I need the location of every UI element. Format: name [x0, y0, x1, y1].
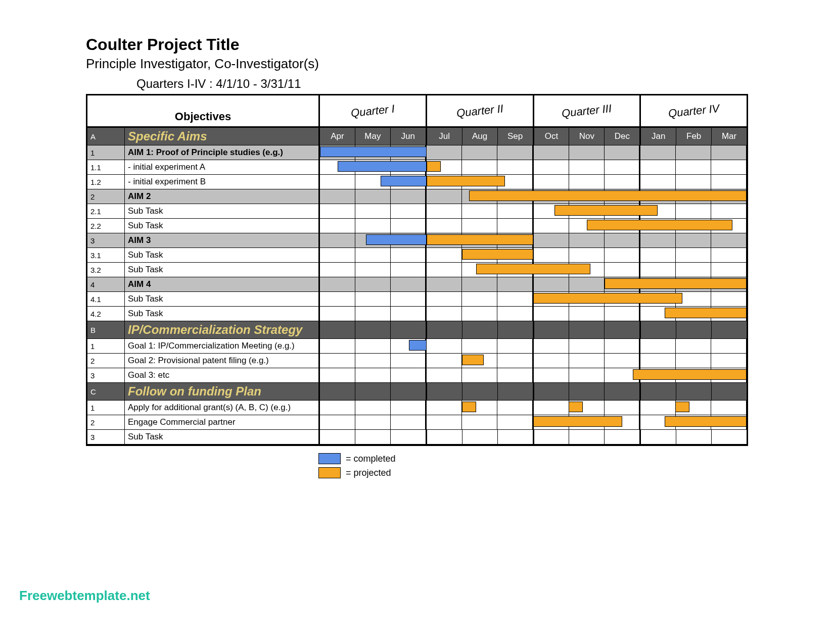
row-label: AIM 3 — [125, 233, 320, 247]
legend-completed-label: = completed — [346, 454, 396, 464]
gantt-bar-projected — [569, 402, 583, 412]
quarter-4-header: Quarter IV — [641, 95, 747, 126]
row-id: 2 — [87, 189, 125, 204]
aim-row: 3AIM 3 — [87, 233, 747, 248]
legend-projected-swatch — [318, 467, 341, 478]
gantt-bar-projected — [533, 416, 622, 427]
gantt-bar-projected — [469, 190, 747, 201]
row-id: 2.1 — [87, 204, 125, 218]
gantt-bar-completed — [338, 161, 427, 172]
row-label: Engage Commercial partner — [125, 415, 320, 429]
row-label: - initial experiment B — [125, 175, 320, 189]
row-id: 1.2 — [87, 175, 125, 189]
row-id: 1 — [87, 339, 125, 353]
row-id: 3 — [87, 368, 125, 382]
section-title: IP/Commercialization Strategy — [125, 321, 320, 338]
quarter-2-header: Quarter II — [427, 95, 534, 126]
row-label: Sub Task — [125, 292, 320, 306]
section-title: Specific Aims — [125, 128, 320, 145]
gantt-bar-projected — [462, 355, 483, 365]
row-label: Sub Task — [125, 219, 320, 233]
month-header: Feb — [676, 128, 712, 145]
quarters-range: Quarters I-IV : 4/1/10 - 3/31/11 — [136, 77, 748, 91]
row-id: 3.1 — [87, 248, 125, 262]
page-title: Coulter Project Title — [86, 35, 748, 54]
aim-row: 4AIM 4 — [87, 277, 747, 292]
section-id: A — [87, 128, 125, 145]
row-label: AIM 2 — [125, 189, 320, 204]
section-id: B — [87, 321, 125, 338]
gantt-bar-completed — [409, 340, 427, 351]
month-header: Mar — [712, 128, 747, 145]
row-id: 4.2 — [87, 307, 125, 321]
section-title: Follow on funding Plan — [125, 383, 320, 400]
task-row: 1Apply for additional grant(s) (A, B, C)… — [87, 401, 747, 415]
row-label: AIM 1: Proof of Principle studies (e.g.) — [125, 145, 320, 160]
section-header: BIP/Commercialization Strategy — [87, 321, 747, 339]
legend: = completed = projected — [318, 453, 748, 478]
task-row: 3Sub Task — [87, 430, 747, 444]
row-label: - initial experiment A — [125, 160, 320, 174]
gantt-bar-projected — [427, 161, 441, 172]
aim-row: 1AIM 1: Proof of Principle studies (e.g.… — [87, 145, 747, 160]
row-label: Sub Task — [125, 430, 320, 444]
gantt-bar-projected — [462, 402, 476, 412]
row-id: 2 — [87, 415, 125, 429]
gantt-bar-projected — [587, 220, 732, 230]
row-label: Goal 2: Provisional patent filing (e.g.) — [125, 354, 320, 368]
gantt-bar-projected — [533, 293, 682, 304]
section-id: C — [87, 383, 125, 400]
month-header: Aug — [462, 128, 498, 145]
task-row: 1Goal 1: IP/Commercialization Meeting (e… — [87, 339, 747, 354]
gantt-bar-completed — [366, 234, 427, 245]
row-id: 2.2 — [87, 219, 125, 233]
gantt-bar-projected — [633, 369, 747, 380]
row-label: Sub Task — [125, 248, 320, 262]
row-label: Sub Task — [125, 307, 320, 321]
month-header: Dec — [605, 128, 641, 145]
row-label: AIM 4 — [125, 277, 320, 291]
quarter-3-header: Quarter III — [534, 95, 641, 126]
task-row: 3.1Sub Task — [87, 248, 747, 263]
section-header: CFollow on funding Plan — [87, 383, 747, 401]
row-id: 3.2 — [87, 263, 125, 277]
row-id: 3 — [87, 233, 125, 247]
row-id: 4.1 — [87, 292, 125, 306]
row-id: 3 — [87, 430, 125, 444]
task-row: 3.2Sub Task — [87, 263, 747, 277]
gantt-bar-completed — [320, 146, 427, 157]
task-row: 1.1 - initial experiment A — [87, 160, 747, 175]
month-header: May — [355, 128, 391, 145]
gantt-bar-projected — [665, 416, 747, 427]
row-label: Sub Task — [125, 263, 320, 277]
task-row: 2.2Sub Task — [87, 219, 747, 233]
task-row: 2.1Sub Task — [87, 204, 747, 219]
row-id: 1.1 — [87, 160, 125, 174]
gantt-bar-projected — [554, 205, 658, 216]
row-id: 4 — [87, 277, 125, 291]
gantt-bar-projected — [675, 402, 689, 412]
task-row: 2Engage Commercial partner — [87, 415, 747, 430]
task-row: 4.1Sub Task — [87, 292, 747, 307]
quarter-1-header: Quarter I — [320, 95, 427, 126]
gantt-bar-projected — [605, 278, 747, 289]
gantt-bar-projected — [427, 234, 533, 245]
page-subtitle: Principle Investigator, Co-Investigator(… — [86, 56, 748, 72]
gantt-chart: Objectives Quarter I Quarter II Quarter … — [86, 94, 748, 446]
section-header: ASpecific AimsAprMayJunJulAugSepOctNovDe… — [87, 128, 747, 145]
row-id: 1 — [87, 145, 125, 160]
task-row: 4.2Sub Task — [87, 307, 747, 321]
task-row: 2Goal 2: Provisional patent filing (e.g.… — [87, 354, 747, 368]
legend-projected-label: = projected — [346, 468, 391, 478]
task-row: 3Goal 3: etc — [87, 368, 747, 383]
aim-row: 2AIM 2 — [87, 189, 747, 204]
row-id: 1 — [87, 401, 125, 415]
gantt-bar-projected — [462, 249, 533, 260]
month-header: Jul — [427, 128, 462, 145]
gantt-bar-projected — [427, 176, 505, 186]
row-id: 2 — [87, 354, 125, 368]
gantt-bar-completed — [381, 176, 427, 186]
row-label: Sub Task — [125, 204, 320, 218]
row-label: Goal 1: IP/Commercialization Meeting (e.… — [125, 339, 320, 353]
legend-completed-swatch — [318, 453, 341, 464]
